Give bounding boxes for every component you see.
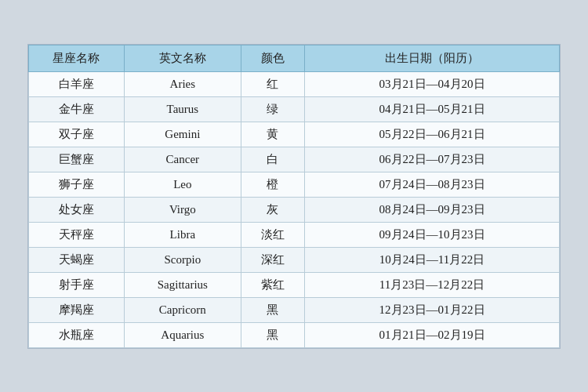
cell-english: Capricorn: [124, 297, 241, 322]
cell-english: Taurus: [124, 96, 241, 122]
cell-english: Leo: [124, 172, 241, 197]
table-row: 水瓶座Aquarius黑01月21日—02月19日: [29, 322, 560, 347]
header-chinese: 星座名称: [29, 45, 125, 71]
cell-date: 06月22日—07月23日: [305, 147, 560, 172]
table-row: 摩羯座Capricorn黑12月23日—01月22日: [29, 297, 560, 322]
cell-date: 07月24日—08月23日: [305, 172, 560, 197]
cell-color: 淡红: [241, 222, 304, 247]
cell-color: 黑: [241, 322, 304, 347]
cell-color: 黑: [241, 297, 304, 322]
cell-color: 灰: [241, 197, 304, 222]
cell-date: 03月21日—04月20日: [305, 71, 560, 96]
cell-date: 12月23日—01月22日: [305, 297, 560, 322]
zodiac-table-container: 星座名称 英文名称 颜色 出生日期（阳历） 白羊座Aries红03月21日—04…: [27, 44, 561, 349]
cell-chinese: 狮子座: [29, 172, 125, 197]
cell-color: 橙: [241, 172, 304, 197]
table-header-row: 星座名称 英文名称 颜色 出生日期（阳历）: [29, 45, 560, 71]
cell-chinese: 处女座: [29, 197, 125, 222]
table-row: 射手座Sagittarius紫红11月23日—12月22日: [29, 272, 560, 297]
cell-color: 绿: [241, 96, 304, 122]
header-date: 出生日期（阳历）: [305, 45, 560, 71]
cell-color: 红: [241, 71, 304, 96]
cell-english: Gemini: [124, 122, 241, 147]
cell-color: 紫红: [241, 272, 304, 297]
cell-date: 10月24日—11月22日: [305, 247, 560, 272]
table-row: 白羊座Aries红03月21日—04月20日: [29, 71, 560, 96]
table-row: 双子座Gemini黄05月22日—06月21日: [29, 122, 560, 147]
cell-chinese: 摩羯座: [29, 297, 125, 322]
cell-chinese: 射手座: [29, 272, 125, 297]
cell-english: Virgo: [124, 197, 241, 222]
cell-date: 04月21日—05月21日: [305, 96, 560, 122]
cell-date: 08月24日—09月23日: [305, 197, 560, 222]
cell-english: Sagittarius: [124, 272, 241, 297]
cell-date: 05月22日—06月21日: [305, 122, 560, 147]
cell-english: Scorpio: [124, 247, 241, 272]
header-color: 颜色: [241, 45, 304, 71]
cell-date: 09月24日—10月23日: [305, 222, 560, 247]
cell-chinese: 天秤座: [29, 222, 125, 247]
table-body: 白羊座Aries红03月21日—04月20日金牛座Taurus绿04月21日—0…: [29, 71, 560, 347]
cell-chinese: 巨蟹座: [29, 147, 125, 172]
cell-chinese: 金牛座: [29, 96, 125, 122]
zodiac-table: 星座名称 英文名称 颜色 出生日期（阳历） 白羊座Aries红03月21日—04…: [28, 45, 560, 348]
cell-chinese: 天蝎座: [29, 247, 125, 272]
table-row: 天蝎座Scorpio深红10月24日—11月22日: [29, 247, 560, 272]
table-row: 巨蟹座Cancer白06月22日—07月23日: [29, 147, 560, 172]
cell-chinese: 水瓶座: [29, 322, 125, 347]
table-row: 金牛座Taurus绿04月21日—05月21日: [29, 96, 560, 122]
cell-english: Aries: [124, 71, 241, 96]
cell-english: Cancer: [124, 147, 241, 172]
table-row: 狮子座Leo橙07月24日—08月23日: [29, 172, 560, 197]
cell-date: 01月21日—02月19日: [305, 322, 560, 347]
cell-color: 白: [241, 147, 304, 172]
cell-date: 11月23日—12月22日: [305, 272, 560, 297]
cell-color: 深红: [241, 247, 304, 272]
table-row: 天秤座Libra淡红09月24日—10月23日: [29, 222, 560, 247]
cell-color: 黄: [241, 122, 304, 147]
cell-chinese: 白羊座: [29, 71, 125, 96]
header-english: 英文名称: [124, 45, 241, 71]
cell-english: Aquarius: [124, 322, 241, 347]
cell-english: Libra: [124, 222, 241, 247]
cell-chinese: 双子座: [29, 122, 125, 147]
table-row: 处女座Virgo灰08月24日—09月23日: [29, 197, 560, 222]
